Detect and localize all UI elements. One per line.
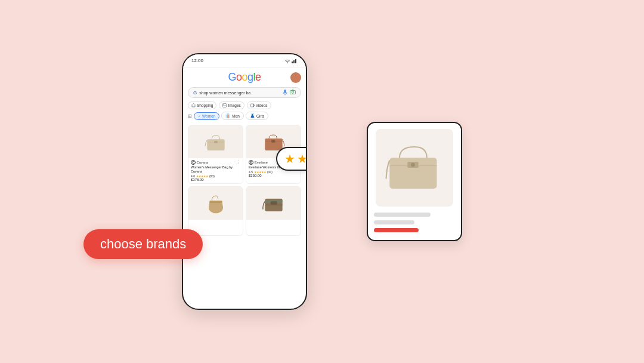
mic-icon[interactable] [283,90,287,96]
product-image-3 [188,187,243,220]
brand-row-1: C Cuyana ⋮ [191,160,240,165]
google-small-icon: G [193,90,197,96]
filter-tabs: Shopping Images Videos [188,101,301,109]
product-image-1 [188,125,243,158]
wifi-icon [284,59,290,63]
search-query: shop women messenger ba [199,91,283,95]
svg-point-9 [224,104,224,104]
review-count-2: (40) [267,170,273,174]
images-tab-label: Images [228,103,240,107]
men-tab-label: Men [232,114,240,118]
svg-rect-20 [209,201,222,203]
category-tab-women[interactable]: ✓ Women [194,112,219,120]
detail-product-info [374,213,455,232]
svg-point-18 [273,140,274,142]
phone-mockup: 12:00 Google [182,53,307,310]
category-tab-men[interactable]: 👔 Men [221,112,244,120]
product-info-1: C Cuyana ⋮ Women's Messenger Bag by Cuya… [188,158,243,183]
filter-tab-shopping[interactable]: Shopping [188,101,216,109]
status-bar: 12:00 [183,54,306,67]
price-1: $378.00 [191,178,240,182]
signal-bars-icon [292,59,298,63]
category-tab-girls[interactable]: 👗 Girls [246,112,268,120]
search-bar[interactable]: G shop women messenger ba [188,87,301,98]
detail-bag-image [376,129,453,207]
women-tab-label: Women [202,114,215,118]
product-image-4 [246,187,301,220]
girls-tab-label: Girls [256,114,264,118]
google-header: Google [188,71,301,84]
detail-bag-svg [385,141,444,195]
search-icons [283,90,296,96]
brand-name-1: C Cuyana [191,160,208,165]
product-title-1: Women's Messenger Bag by Cuyana [191,165,240,174]
brand-letter-2: E [249,160,253,165]
detail-price-bar [374,228,419,232]
camera-icon[interactable] [290,90,296,94]
svg-rect-8 [223,104,227,107]
shopping-icon [191,103,196,107]
product-grid: C Cuyana ⋮ Women's Messenger Bag by Cuya… [188,125,301,236]
product-card-1[interactable]: C Cuyana ⋮ Women's Messenger Bag by Cuya… [188,125,243,184]
star-2: ★ [297,152,307,166]
choose-brands-button[interactable]: choose brands [83,229,203,259]
review-count-1: (83) [209,174,215,178]
product-card-4[interactable] [246,186,301,236]
svg-rect-2 [295,59,296,63]
svg-point-6 [292,91,294,94]
bag-svg-4 [262,192,286,216]
product-info-4 [246,220,301,235]
bag-svg-3 [204,192,228,216]
shopping-tab-label: Shopping [197,103,213,107]
detail-title-placeholder [374,213,431,217]
grid-view-icon[interactable]: ⊞ [188,113,192,119]
svg-rect-3 [284,90,286,93]
bag-svg-1 [204,130,228,154]
more-options-1[interactable]: ⋮ [236,160,240,165]
category-tabs: ⊞ ✓ Women 👔 Men 👗 Girls [188,112,301,120]
google-logo: Google [228,71,261,84]
product-detail-card [367,122,462,241]
signal-icons [284,59,298,63]
videos-tab-label: Videos [256,103,268,107]
filter-tab-images[interactable]: Images [219,101,244,109]
svg-rect-1 [293,60,295,63]
time-display: 12:00 [191,58,203,63]
detail-subtitle-placeholder [374,220,414,224]
price-2: $250.00 [249,174,298,177]
brand-letter-1: C [191,160,196,165]
svg-rect-24 [270,201,277,204]
scene: 12:00 Google [54,26,590,337]
svg-rect-0 [292,61,293,63]
stars-rating-tooltip: ★ ★ ★ ★ ★ [276,147,307,171]
avatar [290,72,301,83]
brand-name-2: E Everlane [249,160,268,165]
svg-rect-14 [214,141,217,143]
images-icon [222,103,227,107]
filter-tab-videos[interactable]: Videos [247,101,271,109]
svg-point-28 [411,163,415,167]
product-card-3[interactable] [188,186,243,236]
videos-icon [250,103,255,107]
star-1: ★ [284,152,295,166]
